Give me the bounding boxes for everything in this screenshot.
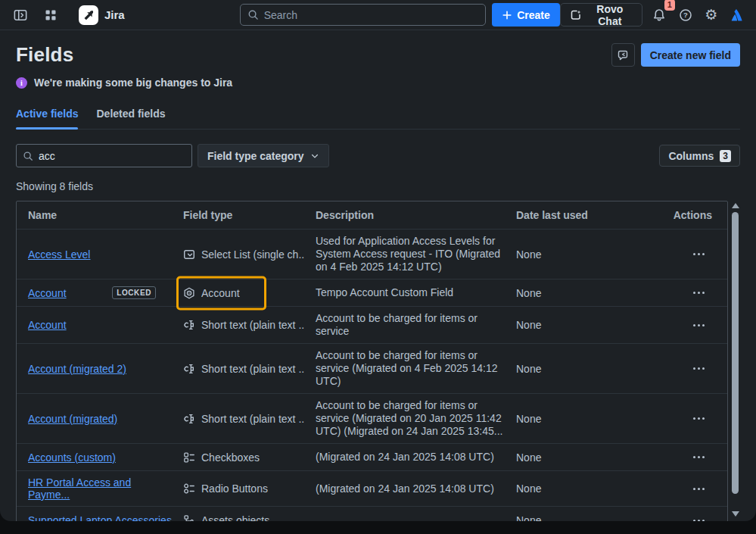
field-type-icon <box>183 287 195 299</box>
field-type-category-label: Field type category <box>207 150 304 162</box>
field-type-category-dropdown[interactable]: Field type category <box>198 144 329 167</box>
row-actions-button[interactable] <box>689 483 709 495</box>
fields-admin-page: Fields Create new field i We're making s… <box>0 30 756 521</box>
table-row: Account (migrated) Short text (plain tex… <box>17 394 727 444</box>
rovo-chat-button[interactable]: Rovo Chat <box>560 3 642 27</box>
field-name-link[interactable]: Supported Laptop Accessories <box>28 514 172 521</box>
locked-badge: LOCKED <box>112 286 156 299</box>
table-header-row: Name Field type Description Date last us… <box>17 201 727 230</box>
field-type-label: Select List (single ch... <box>201 248 305 261</box>
date-last-used-cell: None <box>516 358 660 380</box>
fields-tabs: Active fields Deleted fields <box>16 108 740 130</box>
field-type-label: Checkboxes <box>201 451 260 464</box>
create-button[interactable]: Create <box>492 3 560 27</box>
notification-count-badge: 1 <box>664 0 675 11</box>
field-name-link[interactable]: Accounts (custom) <box>28 451 116 464</box>
name-cell: Account <box>17 314 183 336</box>
table-scrollbar[interactable] <box>730 201 740 519</box>
field-type-icon <box>183 514 195 521</box>
date-last-used-cell: None <box>516 446 660 469</box>
field-name-link[interactable]: Account <box>28 287 67 299</box>
row-actions-button[interactable] <box>689 363 709 374</box>
date-last-used-cell: None <box>516 477 660 500</box>
app-switcher-button[interactable] <box>39 4 62 27</box>
atlassian-logo-button[interactable] <box>726 4 747 27</box>
date-last-used-cell: None <box>516 282 660 304</box>
jira-logo-icon <box>79 5 98 25</box>
feedback-bubble-icon <box>617 49 629 61</box>
description-cell: Account to be charged for items or servi… <box>316 344 516 393</box>
scroll-down-arrow[interactable] <box>732 511 739 517</box>
jira-home-link[interactable]: Jira <box>79 5 125 25</box>
actions-cell <box>660 358 727 379</box>
row-actions-button[interactable] <box>689 515 709 522</box>
field-search-input[interactable] <box>39 150 185 162</box>
tab-active-fields[interactable]: Active fields <box>16 108 78 129</box>
name-cell: Account (migrated 2) <box>17 358 183 380</box>
scroll-up-arrow[interactable] <box>732 203 739 208</box>
name-cell: Account LOCKED <box>17 281 183 304</box>
scrollbar-thumb[interactable] <box>732 212 739 494</box>
create-new-field-button[interactable]: Create new field <box>641 43 740 67</box>
sidebar-toggle-icon <box>14 8 27 22</box>
row-actions-button[interactable] <box>689 413 709 424</box>
description-cell: (Migrated on 24 Jan 2025 14:08 UTC) <box>316 477 516 501</box>
tab-deleted-fields[interactable]: Deleted fields <box>96 108 165 129</box>
description-cell: Account to be charged for items or servi… <box>316 394 516 443</box>
date-last-used-cell: None <box>516 509 660 521</box>
topbar-right-group: Rovo Chat 1 ? ⚙ <box>560 3 747 27</box>
table-row: Account (migrated 2) Short text (plain t… <box>17 344 727 394</box>
top-navigation-bar: Jira Create Rovo Chat <box>0 0 756 30</box>
columns-count-badge: 3 <box>720 150 731 162</box>
field-type-cell: Short text (plain text ... <box>183 358 316 380</box>
field-name-link[interactable]: Access Level <box>28 248 90 261</box>
row-actions-button[interactable] <box>689 248 709 260</box>
page-header-actions: Create new field <box>611 43 740 67</box>
field-name-link[interactable]: Account (migrated) <box>28 413 117 425</box>
atlassian-logo-icon <box>729 7 745 23</box>
feedback-button[interactable] <box>611 43 635 67</box>
results-count-text: Showing 8 fields <box>16 180 740 192</box>
row-actions-button[interactable] <box>689 320 709 331</box>
table-row: Account LOCKED Account Tempo Account Cus… <box>17 279 727 307</box>
field-type-label: Account <box>201 287 240 299</box>
banner-text: We're making some big changes to Jira <box>34 77 232 89</box>
field-type-icon <box>183 451 195 464</box>
name-cell: Supported Laptop Accessories <box>17 509 183 521</box>
columns-button[interactable]: Columns 3 <box>659 145 740 167</box>
field-type-cell: Account <box>183 282 316 304</box>
field-name-link[interactable]: Account <box>28 319 67 331</box>
row-actions-button[interactable] <box>689 451 709 463</box>
table-row: Account Short text (plain text ... Accou… <box>17 307 727 344</box>
actions-cell <box>660 446 727 468</box>
app-name-label: Jira <box>104 8 125 21</box>
app-grid-icon <box>45 9 57 21</box>
topbar-left-group: Jira <box>9 4 125 27</box>
field-type-icon <box>183 413 195 425</box>
field-type-icon <box>183 482 195 495</box>
row-actions-button[interactable] <box>689 287 709 298</box>
actions-cell <box>660 510 727 522</box>
fields-table: Name Field type Description Date last us… <box>16 201 728 521</box>
page-title: Fields <box>16 43 73 67</box>
field-type-icon <box>183 319 195 331</box>
name-cell: Account (migrated) <box>17 408 183 430</box>
name-cell: HR Portal Access and Payme... <box>17 471 183 506</box>
table-row: Accounts (custom) Checkboxes (Migrated o… <box>17 444 727 471</box>
field-type-label: Assets objects <box>201 514 269 521</box>
settings-button[interactable]: ⚙ <box>702 4 722 27</box>
rovo-chat-icon <box>570 9 582 21</box>
date-last-used-cell: None <box>516 243 660 266</box>
field-type-cell: Short text (plain text ... <box>183 314 316 336</box>
field-type-label: Radio Buttons <box>201 482 268 495</box>
field-search-box[interactable] <box>16 144 192 167</box>
sidebar-toggle-button[interactable] <box>9 4 32 27</box>
field-name-link[interactable]: Account (migrated 2) <box>28 363 126 375</box>
global-search-box[interactable] <box>240 4 487 26</box>
column-header-field-type: Field type <box>183 209 316 221</box>
global-search-input[interactable] <box>264 9 479 21</box>
field-type-label: Short text (plain text ... <box>201 319 305 331</box>
field-name-link[interactable]: HR Portal Access and Payme... <box>28 476 173 501</box>
name-cell: Access Level <box>17 243 183 266</box>
help-button[interactable]: ? <box>676 4 696 27</box>
